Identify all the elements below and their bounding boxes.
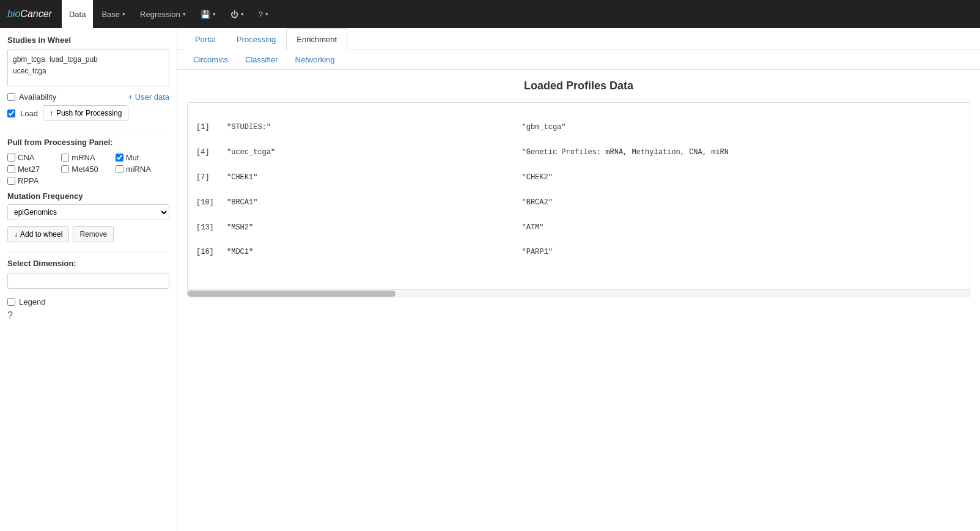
availability-label: Availability <box>19 92 56 102</box>
checkbox-met27: Met27 <box>7 165 61 174</box>
add-to-wheel-button[interactable]: ↓ Add to wheel <box>7 226 69 242</box>
mutation-freq-label: Mutation Frequency <box>7 191 169 201</box>
push-for-processing-button[interactable]: ↑ Push for Processing <box>43 105 128 121</box>
tab-classifier[interactable]: Classifier <box>237 50 286 69</box>
rppa-label: RPPA <box>18 176 39 185</box>
nav-help[interactable]: ? ▾ <box>252 0 274 28</box>
checkbox-rppa: RPPA <box>7 176 61 185</box>
scrollbar-track[interactable] <box>188 289 970 297</box>
user-data-link[interactable]: + User data <box>128 92 169 102</box>
availability-checkbox[interactable] <box>7 93 15 101</box>
nav-power[interactable]: ⏻ ▾ <box>224 0 250 28</box>
studies-in-wheel-title: Studies in Wheel <box>7 35 169 45</box>
app-brand: bioCancer <box>7 9 52 20</box>
tabs-secondary: Circomics Classifier Networking <box>177 50 980 70</box>
studies-box: gbm_tcga luad_tcga_pub ucec_tcga <box>7 50 169 86</box>
mutation-freq-dropdown[interactable]: epiGenomics <box>7 204 169 220</box>
val-16: "PARP1" <box>521 246 552 258</box>
select-dimension-title: Select Dimension: <box>7 259 169 268</box>
cna-checkbox[interactable] <box>7 154 15 162</box>
remove-button[interactable]: Remove <box>73 226 114 242</box>
index-16: [16] <box>196 246 227 258</box>
table-row: [7] "CHEK1" "CHEK2" <box>196 171 961 184</box>
nav-data[interactable]: Data <box>62 0 93 28</box>
met450-label: Met450 <box>72 165 98 174</box>
help-icon: ? <box>259 10 263 19</box>
nav-regression[interactable]: Regression ▾ <box>134 0 192 28</box>
nav-save[interactable]: 💾 ▾ <box>194 0 222 28</box>
data-pre: [1] "STUDIES:" "gbm_tcga" [4] "ucec_tcga… <box>188 103 970 289</box>
legend-row: Legend <box>7 297 169 306</box>
scrollbar-thumb[interactable] <box>188 291 396 297</box>
brand-accent: bio <box>7 9 20 19</box>
push-icon: ↑ <box>50 109 53 117</box>
key-13: "MSH2" <box>227 221 521 234</box>
val-10: "BRCA2" <box>521 196 552 209</box>
index-10: [10] <box>196 196 227 209</box>
pull-section-title: Pull from Processing Panel: <box>7 138 169 147</box>
checkbox-mirna: miRNA <box>116 165 169 174</box>
load-row: Load ↑ Push for Processing <box>7 105 169 121</box>
index-13: [13] <box>196 221 227 234</box>
mut-checkbox[interactable] <box>116 154 123 162</box>
save-caret: ▾ <box>213 11 216 17</box>
base-caret: ▾ <box>122 11 125 17</box>
index-7: [7] <box>196 171 227 184</box>
met27-checkbox[interactable] <box>7 165 15 173</box>
key-4: "ucec_tcga" <box>227 146 521 158</box>
nav-base[interactable]: Base ▾ <box>95 0 131 28</box>
rppa-checkbox[interactable] <box>7 177 15 185</box>
data-display: Loaded Profiles Data [1] "STUDIES:" "gbm… <box>177 70 980 531</box>
val-7: "CHEK2" <box>521 171 552 184</box>
tabs-primary: Portal Processing Enrichment <box>177 28 980 50</box>
key-1: "STUDIES:" <box>227 121 521 133</box>
legend-checkbox[interactable] <box>7 298 15 306</box>
legend-label: Legend <box>19 297 45 306</box>
sidebar: Studies in Wheel gbm_tcga luad_tcga_pub … <box>0 28 177 531</box>
content-area: Portal Processing Enrichment Circomics C… <box>177 28 980 531</box>
data-table[interactable]: [1] "STUDIES:" "gbm_tcga" [4] "ucec_tcga… <box>187 102 970 297</box>
divider-2 <box>7 251 169 251</box>
key-16: "MDC1" <box>227 246 521 258</box>
action-buttons: ↓ Add to wheel Remove <box>7 226 169 242</box>
tab-processing[interactable]: Processing <box>226 28 286 50</box>
power-caret: ▾ <box>241 11 244 17</box>
tab-networking[interactable]: Networking <box>287 50 344 69</box>
load-label: Load <box>20 109 38 118</box>
dimension-input[interactable] <box>7 273 169 289</box>
mut-label: Mut <box>126 153 139 162</box>
table-row: [1] "STUDIES:" "gbm_tcga" <box>196 121 961 133</box>
index-4: [4] <box>196 146 227 158</box>
val-13: "ATM" <box>521 221 543 234</box>
study-ucec-tcga: ucec_tcga <box>13 65 46 77</box>
mrna-checkbox[interactable] <box>61 154 69 162</box>
val-4: "Genetic Profiles: mRNA, Methylation, CN… <box>521 146 728 158</box>
met27-label: Met27 <box>18 165 40 174</box>
regression-caret: ▾ <box>183 11 186 17</box>
index-1: [1] <box>196 121 227 133</box>
save-icon: 💾 <box>201 10 210 19</box>
study-luad-tcga: luad_tcga_pub <box>50 54 98 65</box>
add-icon: ↓ <box>14 230 18 239</box>
table-row: [16] "MDC1" "PARP1" <box>196 246 961 258</box>
navbar: bioCancer Data Base ▾ Regression ▾ 💾 ▾ ⏻… <box>0 0 980 28</box>
checkbox-met450: Met450 <box>61 165 115 174</box>
tab-enrichment[interactable]: Enrichment <box>286 28 347 50</box>
study-gbm-tcga: gbm_tcga <box>13 54 45 65</box>
key-7: "CHEK1" <box>227 171 521 184</box>
mirna-label: miRNA <box>126 165 151 174</box>
table-row: [10] "BRCA1" "BRCA2" <box>196 196 961 209</box>
question-mark: ? <box>7 310 169 321</box>
tab-circomics[interactable]: Circomics <box>185 50 237 69</box>
cna-label: CNA <box>18 153 34 162</box>
checkbox-cna: CNA <box>7 153 61 162</box>
divider-1 <box>7 130 169 130</box>
mirna-checkbox[interactable] <box>116 165 123 173</box>
loaded-profiles-title: Loaded Profiles Data <box>187 80 970 92</box>
met450-checkbox[interactable] <box>61 165 69 173</box>
load-checkbox[interactable] <box>7 110 15 117</box>
tab-portal[interactable]: Portal <box>185 28 226 50</box>
mrna-label: mRNA <box>72 153 95 162</box>
key-10: "BRCA1" <box>227 196 521 209</box>
checkbox-mut: Mut <box>116 153 169 162</box>
